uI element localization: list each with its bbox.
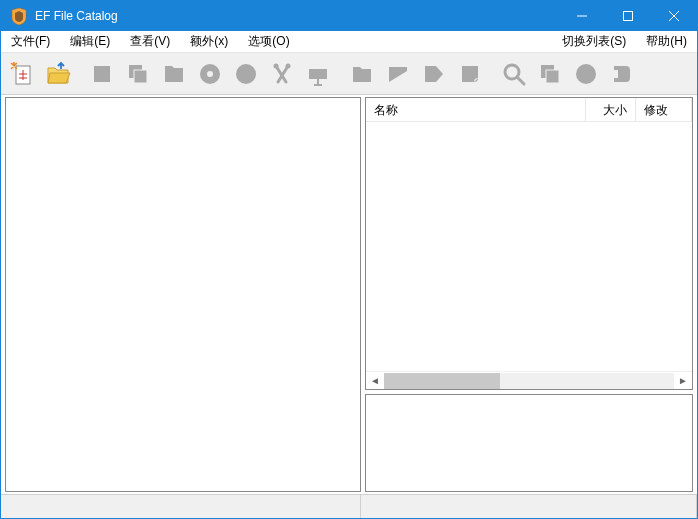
svg-line-22 [517, 77, 524, 84]
status-cell-2 [361, 495, 697, 518]
catalog-button[interactable] [157, 57, 191, 91]
maximize-button[interactable] [605, 1, 651, 31]
circle-button[interactable] [229, 57, 263, 91]
close-button[interactable] [651, 1, 697, 31]
column-size[interactable]: 大小 [586, 98, 636, 121]
svg-rect-1 [624, 12, 633, 21]
note-button[interactable] [453, 57, 487, 91]
scroll-thumb[interactable] [384, 373, 500, 389]
export-button[interactable] [605, 57, 639, 91]
menu-options[interactable]: 选项(O) [238, 31, 299, 52]
svg-point-16 [274, 63, 279, 68]
svg-point-17 [286, 63, 291, 68]
svg-point-12 [207, 71, 213, 77]
tree-pane[interactable] [5, 97, 361, 492]
menu-switch-list[interactable]: 切换列表(S) [552, 31, 636, 52]
svg-point-25 [576, 64, 596, 84]
column-modified[interactable]: 修改 [636, 98, 692, 121]
record-button[interactable] [569, 57, 603, 91]
content-area: 名称 大小 修改 ◄ ► [1, 95, 697, 494]
right-column: 名称 大小 修改 ◄ ► [365, 97, 693, 492]
status-cell-1 [1, 495, 361, 518]
menubar: 文件(F) 编辑(E) 查看(V) 额外(x) 选项(O) 切换列表(S) 帮助… [1, 31, 697, 53]
disc-button[interactable] [193, 57, 227, 91]
minimize-button[interactable] [559, 1, 605, 31]
app-icon [9, 6, 29, 26]
toolbar [1, 53, 697, 95]
copy-button[interactable] [121, 57, 155, 91]
open-folder-button[interactable] [41, 57, 75, 91]
window-controls [559, 1, 697, 31]
list-header: 名称 大小 修改 [366, 98, 692, 122]
svg-rect-10 [134, 70, 147, 83]
window-title: EF File Catalog [35, 9, 559, 23]
svg-rect-26 [612, 70, 618, 78]
folder-button[interactable] [345, 57, 379, 91]
stop-button[interactable] [85, 57, 119, 91]
svg-rect-8 [94, 66, 110, 82]
scroll-right-icon[interactable]: ► [674, 372, 692, 390]
filter-button[interactable] [381, 57, 415, 91]
menu-view[interactable]: 查看(V) [120, 31, 180, 52]
list-body[interactable] [366, 122, 692, 371]
scroll-left-icon[interactable]: ◄ [366, 372, 384, 390]
tag-button[interactable] [417, 57, 451, 91]
menu-help[interactable]: 帮助(H) [636, 31, 697, 52]
detail-pane[interactable] [365, 394, 693, 492]
app-window: EF File Catalog 文件(F) 编辑(E) 查看(V) 额外(x) … [0, 0, 698, 519]
properties-button[interactable] [533, 57, 567, 91]
svg-rect-24 [546, 70, 559, 83]
search-button[interactable] [497, 57, 531, 91]
horizontal-scrollbar[interactable]: ◄ ► [366, 371, 692, 389]
column-name[interactable]: 名称 [366, 98, 586, 121]
menu-file[interactable]: 文件(F) [1, 31, 60, 52]
tools-button[interactable] [265, 57, 299, 91]
statusbar [1, 494, 697, 518]
menu-extras[interactable]: 额外(x) [180, 31, 238, 52]
titlebar: EF File Catalog [1, 1, 697, 31]
label-button[interactable] [301, 57, 335, 91]
list-pane[interactable]: 名称 大小 修改 ◄ ► [365, 97, 693, 390]
svg-rect-18 [309, 69, 327, 79]
scroll-track[interactable] [384, 373, 674, 389]
new-catalog-button[interactable] [5, 57, 39, 91]
menu-edit[interactable]: 编辑(E) [60, 31, 120, 52]
svg-point-13 [236, 64, 256, 84]
